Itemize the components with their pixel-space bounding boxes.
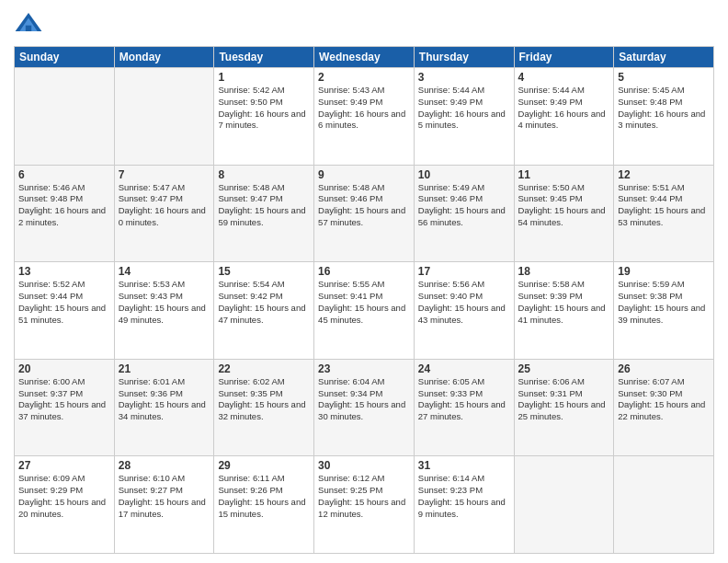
day-info: Sunrise: 6:00 AM Sunset: 9:37 PM Dayligh… [18, 376, 110, 423]
calendar-cell: 25Sunrise: 6:06 AM Sunset: 9:31 PM Dayli… [514, 359, 614, 456]
calendar-cell: 4Sunrise: 5:44 AM Sunset: 9:49 PM Daylig… [514, 68, 614, 166]
calendar-cell: 21Sunrise: 6:01 AM Sunset: 9:36 PM Dayli… [114, 359, 214, 456]
day-info: Sunrise: 5:51 AM Sunset: 9:44 PM Dayligh… [618, 182, 710, 229]
day-info: Sunrise: 5:42 AM Sunset: 9:50 PM Dayligh… [218, 85, 310, 132]
day-info: Sunrise: 6:11 AM Sunset: 9:26 PM Dayligh… [218, 473, 310, 520]
calendar-cell [114, 68, 214, 166]
calendar-cell: 7Sunrise: 5:47 AM Sunset: 9:47 PM Daylig… [114, 165, 214, 262]
day-info: Sunrise: 6:05 AM Sunset: 9:33 PM Dayligh… [418, 376, 510, 423]
day-number: 27 [18, 459, 110, 472]
day-info: Sunrise: 6:09 AM Sunset: 9:29 PM Dayligh… [18, 473, 110, 520]
day-number: 2 [318, 71, 410, 84]
weekday-header-thursday: Thursday [414, 47, 514, 68]
calendar-cell: 17Sunrise: 5:56 AM Sunset: 9:40 PM Dayli… [414, 262, 514, 360]
weekday-header-sunday: Sunday [15, 47, 115, 68]
day-number: 21 [119, 362, 210, 375]
calendar-cell: 26Sunrise: 6:07 AM Sunset: 9:30 PM Dayli… [614, 359, 714, 456]
day-info: Sunrise: 5:48 AM Sunset: 9:46 PM Dayligh… [318, 182, 410, 229]
weekday-header-wednesday: Wednesday [314, 47, 415, 68]
calendar-cell: 11Sunrise: 5:50 AM Sunset: 9:45 PM Dayli… [514, 165, 614, 262]
calendar-cell [514, 456, 614, 554]
day-number: 31 [418, 459, 510, 472]
calendar-cell: 1Sunrise: 5:42 AM Sunset: 9:50 PM Daylig… [214, 68, 314, 166]
calendar-cell: 15Sunrise: 5:54 AM Sunset: 9:42 PM Dayli… [214, 262, 314, 360]
calendar-cell: 16Sunrise: 5:55 AM Sunset: 9:41 PM Dayli… [314, 262, 415, 360]
calendar-cell: 22Sunrise: 6:02 AM Sunset: 9:35 PM Dayli… [214, 359, 314, 456]
page: SundayMondayTuesdayWednesdayThursdayFrid… [0, 0, 728, 563]
calendar-week-3: 13Sunrise: 5:52 AM Sunset: 9:44 PM Dayli… [15, 262, 714, 360]
calendar-cell: 30Sunrise: 6:12 AM Sunset: 9:25 PM Dayli… [314, 456, 415, 554]
logo [14, 9, 47, 39]
day-number: 19 [618, 265, 710, 278]
calendar-cell: 5Sunrise: 5:45 AM Sunset: 9:48 PM Daylig… [614, 68, 714, 166]
day-number: 23 [318, 362, 410, 375]
day-info: Sunrise: 6:06 AM Sunset: 9:31 PM Dayligh… [518, 376, 610, 423]
calendar-cell: 27Sunrise: 6:09 AM Sunset: 9:29 PM Dayli… [15, 456, 115, 554]
day-number: 16 [318, 265, 410, 278]
calendar-cell: 19Sunrise: 5:59 AM Sunset: 9:38 PM Dayli… [614, 262, 714, 360]
calendar-cell: 9Sunrise: 5:48 AM Sunset: 9:46 PM Daylig… [314, 165, 415, 262]
weekday-header-friday: Friday [514, 47, 614, 68]
day-number: 22 [218, 362, 310, 375]
calendar-week-5: 27Sunrise: 6:09 AM Sunset: 9:29 PM Dayli… [15, 456, 714, 554]
day-number: 30 [318, 459, 410, 472]
day-info: Sunrise: 5:44 AM Sunset: 9:49 PM Dayligh… [518, 85, 610, 132]
day-info: Sunrise: 6:10 AM Sunset: 9:27 PM Dayligh… [119, 473, 210, 520]
day-info: Sunrise: 5:52 AM Sunset: 9:44 PM Dayligh… [18, 279, 110, 326]
calendar-cell: 24Sunrise: 6:05 AM Sunset: 9:33 PM Dayli… [414, 359, 514, 456]
calendar-cell [15, 68, 115, 166]
day-info: Sunrise: 5:44 AM Sunset: 9:49 PM Dayligh… [418, 85, 510, 132]
calendar-cell: 18Sunrise: 5:58 AM Sunset: 9:39 PM Dayli… [514, 262, 614, 360]
weekday-header-tuesday: Tuesday [214, 47, 314, 68]
day-number: 13 [18, 265, 110, 278]
calendar-cell: 3Sunrise: 5:44 AM Sunset: 9:49 PM Daylig… [414, 68, 514, 166]
calendar-cell [614, 456, 714, 554]
day-number: 7 [119, 168, 210, 181]
day-number: 14 [119, 265, 210, 278]
day-number: 29 [218, 459, 310, 472]
day-info: Sunrise: 5:45 AM Sunset: 9:48 PM Dayligh… [618, 85, 710, 132]
day-info: Sunrise: 5:56 AM Sunset: 9:40 PM Dayligh… [418, 279, 510, 326]
weekday-header-monday: Monday [114, 47, 214, 68]
day-number: 10 [418, 168, 510, 181]
day-number: 8 [218, 168, 310, 181]
day-info: Sunrise: 5:55 AM Sunset: 9:41 PM Dayligh… [318, 279, 410, 326]
calendar-table: SundayMondayTuesdayWednesdayThursdayFrid… [14, 46, 714, 554]
svg-rect-2 [26, 26, 31, 31]
day-info: Sunrise: 5:43 AM Sunset: 9:49 PM Dayligh… [318, 85, 410, 132]
calendar-cell: 6Sunrise: 5:46 AM Sunset: 9:48 PM Daylig… [15, 165, 115, 262]
weekday-header-saturday: Saturday [614, 47, 714, 68]
day-number: 12 [618, 168, 710, 181]
day-number: 28 [119, 459, 210, 472]
day-number: 15 [218, 265, 310, 278]
day-info: Sunrise: 5:46 AM Sunset: 9:48 PM Dayligh… [18, 182, 110, 229]
day-info: Sunrise: 6:01 AM Sunset: 9:36 PM Dayligh… [119, 376, 210, 423]
day-info: Sunrise: 5:58 AM Sunset: 9:39 PM Dayligh… [518, 279, 610, 326]
calendar-cell: 10Sunrise: 5:49 AM Sunset: 9:46 PM Dayli… [414, 165, 514, 262]
day-number: 11 [518, 168, 610, 181]
day-info: Sunrise: 6:12 AM Sunset: 9:25 PM Dayligh… [318, 473, 410, 520]
day-info: Sunrise: 5:59 AM Sunset: 9:38 PM Dayligh… [618, 279, 710, 326]
day-number: 3 [418, 71, 510, 84]
calendar-cell: 28Sunrise: 6:10 AM Sunset: 9:27 PM Dayli… [114, 456, 214, 554]
day-number: 9 [318, 168, 410, 181]
calendar-cell: 20Sunrise: 6:00 AM Sunset: 9:37 PM Dayli… [15, 359, 115, 456]
weekday-header-row: SundayMondayTuesdayWednesdayThursdayFrid… [15, 47, 714, 68]
calendar-cell: 2Sunrise: 5:43 AM Sunset: 9:49 PM Daylig… [314, 68, 415, 166]
calendar-cell: 31Sunrise: 6:14 AM Sunset: 9:23 PM Dayli… [414, 456, 514, 554]
calendar-cell: 8Sunrise: 5:48 AM Sunset: 9:47 PM Daylig… [214, 165, 314, 262]
day-info: Sunrise: 5:48 AM Sunset: 9:47 PM Dayligh… [218, 182, 310, 229]
day-info: Sunrise: 6:14 AM Sunset: 9:23 PM Dayligh… [418, 473, 510, 520]
day-info: Sunrise: 5:53 AM Sunset: 9:43 PM Dayligh… [119, 279, 210, 326]
day-number: 26 [618, 362, 710, 375]
day-number: 5 [618, 71, 710, 84]
calendar-cell: 12Sunrise: 5:51 AM Sunset: 9:44 PM Dayli… [614, 165, 714, 262]
day-info: Sunrise: 6:07 AM Sunset: 9:30 PM Dayligh… [618, 376, 710, 423]
day-number: 17 [418, 265, 510, 278]
day-info: Sunrise: 5:49 AM Sunset: 9:46 PM Dayligh… [418, 182, 510, 229]
header [14, 9, 714, 39]
day-info: Sunrise: 5:47 AM Sunset: 9:47 PM Dayligh… [119, 182, 210, 229]
day-number: 6 [18, 168, 110, 181]
day-number: 4 [518, 71, 610, 84]
day-number: 25 [518, 362, 610, 375]
